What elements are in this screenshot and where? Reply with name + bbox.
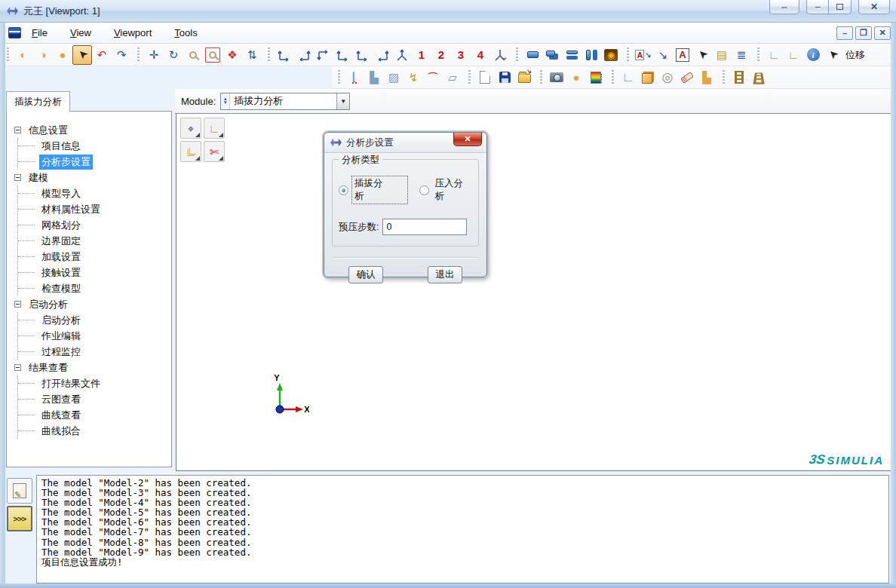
view-front-button[interactable] (275, 45, 294, 65)
view-top-button[interactable] (314, 45, 333, 65)
tree-group-run-analysis[interactable]: 启动分析 (14, 296, 171, 312)
toolbar-grip[interactable] (612, 70, 614, 85)
toolbar-grip[interactable] (540, 70, 542, 85)
tree-item-label[interactable]: 检查模型 (39, 281, 83, 296)
seed-part-button[interactable] (749, 68, 769, 87)
tree-item-meshing[interactable]: 网格划分 (18, 217, 171, 233)
tab-analysis[interactable]: 插拔力分析 (6, 91, 70, 112)
contour-legend-button[interactable] (586, 68, 606, 87)
toolbar-grip[interactable] (757, 47, 759, 63)
preload-steps-input[interactable] (382, 219, 467, 235)
collapse-icon[interactable] (14, 174, 21, 181)
arc-adjust-button[interactable]: ⌒ (423, 68, 443, 87)
tree-group-label[interactable]: 建模 (26, 170, 51, 185)
exit-button[interactable]: 退出 (428, 266, 462, 283)
edit-mesh-button[interactable]: ▨ (384, 68, 404, 87)
pick-cursor-button[interactable]: ➤ (823, 45, 842, 65)
tree-group-info[interactable]: 信息设置 (14, 122, 171, 138)
tree-item-material-props[interactable]: 材料属性设置 (18, 201, 171, 217)
circle-tool-button[interactable]: ● (53, 45, 72, 65)
radio-checked-icon[interactable] (339, 185, 348, 195)
options-list-button[interactable]: ≣ (732, 45, 751, 65)
tree-item-label[interactable]: 打开结果文件 (39, 376, 103, 391)
combo-dropdown-button[interactable]: ▼ (336, 93, 349, 109)
query-path-button[interactable]: ∟ (784, 45, 803, 65)
tile-horizontal-button[interactable] (562, 45, 581, 65)
new-file-button[interactable] (475, 68, 495, 87)
view-preset-1-button[interactable]: 1 (412, 45, 431, 65)
toolbar-grip[interactable] (137, 47, 140, 63)
tree-item-check-model[interactable]: 检查模型 (18, 280, 171, 296)
undo-button[interactable]: ↶ (92, 45, 112, 65)
tree-item-label[interactable]: 作业编辑 (39, 329, 83, 344)
color-code-button[interactable]: ◉ (601, 45, 621, 65)
tree-group-label[interactable]: 启动分析 (26, 297, 70, 312)
tree-item-open-results[interactable]: 打开结果文件 (18, 375, 171, 391)
fit-view-button[interactable]: ❖ (222, 45, 242, 65)
menu-view[interactable]: View (70, 27, 91, 38)
tree-item-contact-setup[interactable]: 接触设置 (18, 265, 171, 280)
view-preset-2-button[interactable]: 2 (431, 45, 451, 65)
bend-arrows-button[interactable]: ↯ (404, 68, 423, 87)
tree-item-job-edit[interactable]: 作业编辑 (18, 328, 171, 344)
magnify-button[interactable] (183, 45, 203, 65)
close-button[interactable]: ✕ (858, 0, 890, 14)
radio-press-analysis[interactable]: 压入分析 (419, 176, 473, 204)
collapse-icon[interactable] (14, 364, 21, 371)
tree-item-label[interactable]: 云图查看 (39, 392, 83, 407)
render-circle-button[interactable]: ● (566, 68, 586, 87)
boolean-merge-button[interactable]: ◎ (658, 68, 677, 87)
message-log-button[interactable] (7, 478, 32, 504)
seed-edges-button[interactable] (729, 68, 749, 87)
collapse-icon[interactable] (14, 127, 21, 133)
view-left-button[interactable] (353, 45, 373, 65)
confirm-button[interactable]: 确认 (348, 266, 383, 283)
tree-item-curve-view[interactable]: 曲线查看 (18, 407, 171, 423)
toolbar-grip[interactable] (627, 47, 629, 63)
toolbar-grip[interactable] (468, 70, 471, 85)
mdi-restore-button[interactable]: ❐ (855, 26, 872, 40)
combo-spinner[interactable]: ▲▼ (221, 93, 230, 109)
erase-button[interactable] (677, 68, 697, 87)
rotate-view-button[interactable]: ↻ (164, 45, 183, 65)
menu-viewport[interactable]: Viewport (114, 27, 152, 38)
custom-view-button[interactable] (490, 45, 510, 65)
toolbar-grip[interactable] (7, 47, 9, 63)
single-viewport-button[interactable] (523, 45, 542, 65)
maximize-button[interactable] (829, 0, 852, 14)
arrow-annotation-button[interactable]: ↘ (653, 45, 673, 65)
measure-box-button[interactable]: ▱ (443, 68, 462, 87)
command-prompt-button[interactable]: >>> (7, 506, 32, 531)
module-combobox[interactable]: ▲▼ 插拔力分析 ▼ (220, 93, 350, 110)
minimize-button[interactable]: – (806, 0, 829, 14)
snapshot-button[interactable] (547, 68, 566, 87)
tree-item-run-analysis[interactable]: 启动分析 (18, 312, 171, 328)
tree-group-modeling[interactable]: 建模 (14, 170, 171, 185)
tree-item-contour-view[interactable]: 云图查看 (18, 391, 171, 407)
pan-view-button[interactable]: ✛ (144, 45, 164, 65)
tree-item-label[interactable]: 接触设置 (39, 265, 83, 280)
create-part-button[interactable]: ∟ (618, 68, 638, 87)
tree-item-label[interactable]: 启动分析 (39, 313, 83, 328)
pick-tool-button[interactable]: ⌖ (180, 118, 201, 139)
toolbar-grip[interactable] (723, 70, 725, 85)
solid-tool-button[interactable]: ∟ (180, 141, 201, 162)
text-annotation-button[interactable]: A (673, 45, 692, 65)
tree-item-label[interactable]: 模型导入 (39, 186, 83, 201)
tree-item-model-import[interactable]: 模型导入 (18, 185, 171, 201)
tree-group-label[interactable]: 信息设置 (26, 123, 70, 138)
boolean-union-button[interactable]: ◐ (14, 45, 33, 65)
tree-item-process-monitor[interactable]: 过程监控 (18, 344, 171, 360)
radio-unchecked-icon[interactable] (419, 185, 429, 195)
profile-tool-button[interactable]: ∟ (204, 118, 225, 139)
mdi-minimize-button[interactable]: – (836, 26, 853, 40)
tree-item-label[interactable]: 加载设置 (39, 250, 83, 265)
tree-item-label[interactable]: 材料属性设置 (39, 202, 103, 217)
menu-file[interactable]: File (32, 27, 48, 38)
annotation-manager-button[interactable]: ▤ (712, 45, 732, 65)
boolean-intersect-button[interactable]: ◑ (33, 45, 53, 65)
cascade-viewports-button[interactable] (542, 45, 562, 65)
view-right-button[interactable] (373, 45, 392, 65)
tree-item-load-setup[interactable]: 加载设置 (18, 249, 171, 265)
tree-group-results[interactable]: 结果查看 (14, 360, 171, 375)
